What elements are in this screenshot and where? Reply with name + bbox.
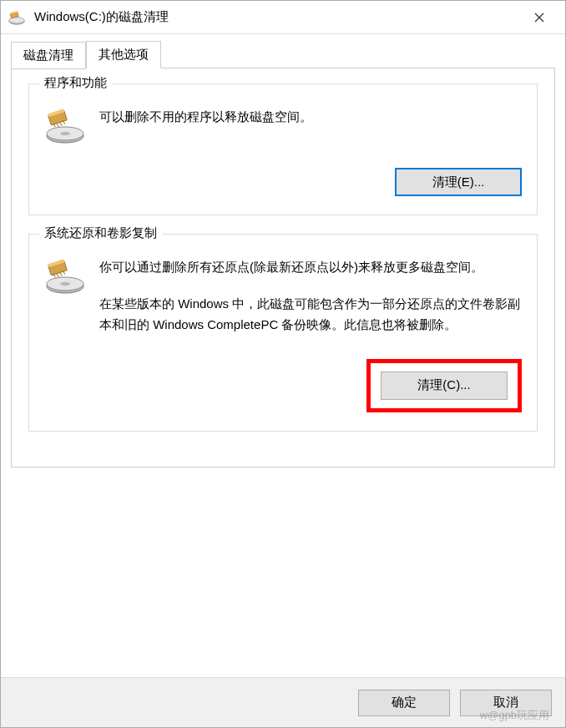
restore-group-title: 系统还原和卷影复制: [39, 225, 162, 241]
ok-button[interactable]: 确定: [358, 690, 450, 716]
svg-point-17: [60, 282, 70, 286]
restore-paragraph-2: 在某些版本的 Windows 中，此磁盘可能包含作为一部分还原点的文件卷影副本和…: [99, 293, 522, 336]
disk-cleanup-window: Windows(C:)的磁盘清理 磁盘清理 其他选项 程序和功能: [0, 0, 566, 728]
close-button[interactable]: [520, 5, 558, 30]
disk-cleanup-icon: [8, 8, 26, 27]
programs-description: 可以删除不用的程序以释放磁盘空间。: [99, 106, 522, 128]
restore-group: 系统还原和卷影复制: [28, 234, 538, 432]
svg-line-22: [60, 272, 62, 276]
titlebar: Windows(C:)的磁盘清理: [1, 1, 565, 34]
content-area: 磁盘清理 其他选项 程序和功能: [1, 34, 565, 677]
cleanup-programs-button[interactable]: 清理(E)...: [395, 168, 522, 196]
highlight-annotation: 清理(C)...: [366, 359, 522, 412]
restore-description: 你可以通过删除所有还原点(除最新还原点以外)来释放更多磁盘空间。 在某些版本的 …: [99, 256, 522, 336]
dialog-footer: 确定 取消: [1, 677, 565, 727]
tab-row: 磁盘清理 其他选项: [11, 41, 555, 68]
disk-brush-icon: [44, 256, 86, 295]
svg-line-12: [57, 123, 58, 127]
programs-group: 程序和功能: [28, 83, 538, 215]
tab-more-options[interactable]: 其他选项: [86, 41, 161, 68]
svg-point-8: [60, 132, 70, 135]
cleanup-restore-button[interactable]: 清理(C)...: [381, 372, 508, 400]
tab-disk-cleanup[interactable]: 磁盘清理: [11, 42, 86, 69]
programs-group-title: 程序和功能: [39, 75, 112, 91]
window-title: Windows(C:)的磁盘清理: [34, 9, 520, 25]
restore-paragraph-1: 你可以通过删除所有还原点(除最新还原点以外)来释放更多磁盘空间。: [99, 256, 522, 278]
tab-content: 程序和功能: [11, 68, 555, 468]
close-icon: [534, 13, 544, 23]
svg-line-13: [60, 122, 62, 126]
cancel-button[interactable]: 取消: [460, 690, 552, 716]
disk-brush-icon: [44, 106, 86, 144]
tabs-container: 磁盘清理 其他选项 程序和功能: [11, 41, 555, 468]
svg-line-21: [57, 273, 58, 277]
